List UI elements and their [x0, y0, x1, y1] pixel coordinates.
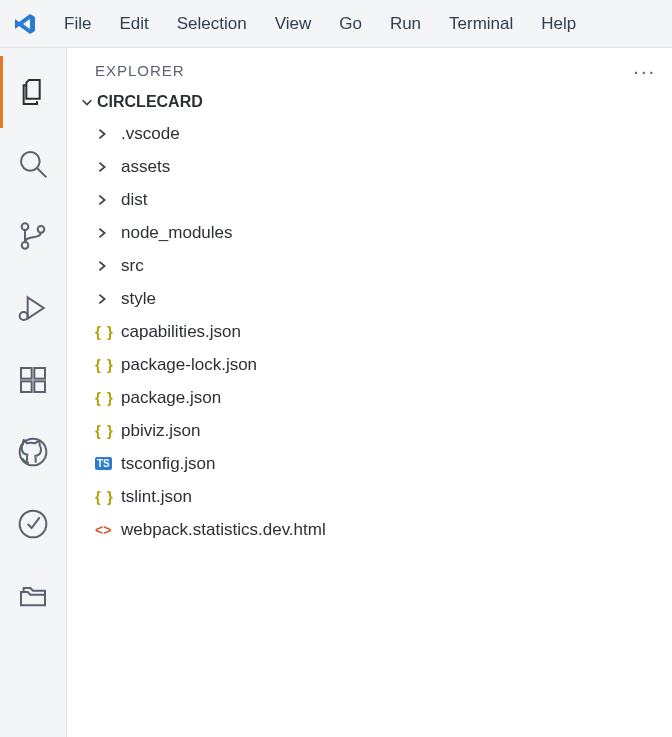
sidebar-title: EXPLORER — [95, 62, 185, 79]
svg-rect-7 — [21, 381, 32, 392]
json-icon: { } — [95, 422, 121, 439]
chevron-right-icon — [95, 160, 121, 174]
chevron-right-icon — [95, 226, 121, 240]
folder-label: .vscode — [121, 124, 180, 144]
folder-label: dist — [121, 190, 147, 210]
chevron-right-icon — [95, 127, 121, 141]
folder-dist[interactable]: dist — [67, 183, 672, 216]
search-icon — [17, 148, 49, 180]
folder-vscode[interactable]: .vscode — [67, 117, 672, 150]
project-name: CIRCLECARD — [97, 93, 203, 111]
check-circle-icon — [17, 508, 49, 540]
json-icon: { } — [95, 323, 121, 340]
folder-label: node_modules — [121, 223, 233, 243]
folder-assets[interactable]: assets — [67, 150, 672, 183]
file-label: tslint.json — [121, 487, 192, 507]
project-root[interactable]: CIRCLECARD — [67, 87, 672, 117]
html-icon: <> — [95, 522, 121, 538]
menu-selection[interactable]: Selection — [163, 8, 261, 40]
activity-extensions[interactable] — [0, 344, 66, 416]
chevron-right-icon — [95, 259, 121, 273]
file-label: capabilities.json — [121, 322, 241, 342]
extensions-icon — [17, 364, 49, 396]
json-icon: { } — [95, 356, 121, 373]
folder-label: style — [121, 289, 156, 309]
file-label: webpack.statistics.dev.html — [121, 520, 326, 540]
menu-edit[interactable]: Edit — [105, 8, 162, 40]
svg-point-3 — [22, 242, 29, 249]
menu-bar: File Edit Selection View Go Run Terminal… — [0, 0, 672, 48]
ts-icon: TS — [95, 457, 121, 470]
menu-help[interactable]: Help — [527, 8, 590, 40]
chevron-down-icon — [77, 95, 97, 109]
folder-node-modules[interactable]: node_modules — [67, 216, 672, 249]
menu-terminal[interactable]: Terminal — [435, 8, 527, 40]
activity-folders[interactable] — [0, 560, 66, 632]
menu-go[interactable]: Go — [325, 8, 376, 40]
branch-icon — [17, 220, 49, 252]
file-label: pbiviz.json — [121, 421, 200, 441]
activity-source-control[interactable] — [0, 200, 66, 272]
menu-run[interactable]: Run — [376, 8, 435, 40]
activity-run-debug[interactable] — [0, 272, 66, 344]
activity-explorer[interactable] — [0, 56, 66, 128]
svg-line-1 — [37, 168, 46, 177]
folder-label: src — [121, 256, 144, 276]
file-tslint-json[interactable]: { } tslint.json — [67, 480, 672, 513]
file-webpack-html[interactable]: <> webpack.statistics.dev.html — [67, 513, 672, 546]
file-tree: .vscode assets dist node_modules src sty… — [67, 117, 672, 546]
chevron-right-icon — [95, 193, 121, 207]
file-label: tsconfig.json — [121, 454, 216, 474]
vscode-logo-icon — [0, 12, 50, 36]
svg-point-2 — [22, 223, 29, 230]
json-icon: { } — [95, 488, 121, 505]
file-capabilities-json[interactable]: { } capabilities.json — [67, 315, 672, 348]
github-icon — [17, 436, 49, 468]
menu-view[interactable]: View — [261, 8, 326, 40]
file-label: package-lock.json — [121, 355, 257, 375]
play-bug-icon — [17, 292, 49, 324]
explorer-sidebar: EXPLORER ··· CIRCLECARD .vscode assets d… — [66, 48, 672, 737]
files-icon — [17, 76, 49, 108]
sidebar-header: EXPLORER ··· — [67, 48, 672, 87]
file-package-lock-json[interactable]: { } package-lock.json — [67, 348, 672, 381]
file-pbiviz-json[interactable]: { } pbiviz.json — [67, 414, 672, 447]
activity-github[interactable] — [0, 416, 66, 488]
main-area: EXPLORER ··· CIRCLECARD .vscode assets d… — [0, 48, 672, 737]
menu-file[interactable]: File — [50, 8, 105, 40]
svg-point-0 — [21, 152, 40, 171]
file-tsconfig-json[interactable]: TS tsconfig.json — [67, 447, 672, 480]
sidebar-more-icon[interactable]: ··· — [633, 67, 656, 75]
activity-task[interactable] — [0, 488, 66, 560]
folder-style[interactable]: style — [67, 282, 672, 315]
file-package-json[interactable]: { } package.json — [67, 381, 672, 414]
svg-rect-6 — [21, 368, 32, 379]
file-label: package.json — [121, 388, 221, 408]
svg-point-5 — [20, 312, 28, 320]
json-icon: { } — [95, 389, 121, 406]
activity-bar — [0, 48, 66, 737]
folder-label: assets — [121, 157, 170, 177]
svg-point-4 — [38, 226, 45, 233]
svg-rect-9 — [34, 368, 45, 379]
svg-point-11 — [20, 511, 47, 538]
folder-src[interactable]: src — [67, 249, 672, 282]
folder-stack-icon — [17, 580, 49, 612]
activity-search[interactable] — [0, 128, 66, 200]
svg-rect-8 — [34, 381, 45, 392]
chevron-right-icon — [95, 292, 121, 306]
